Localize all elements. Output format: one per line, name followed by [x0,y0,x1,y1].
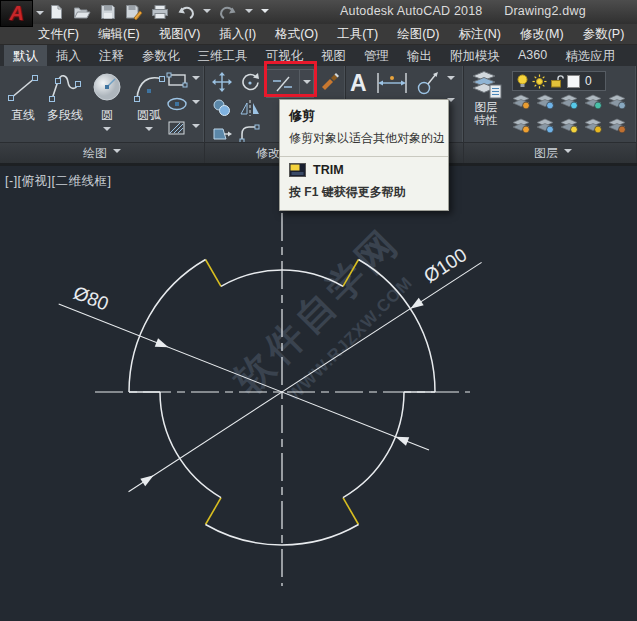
layer-tool-3-button[interactable] [558,93,580,113]
tab-manage[interactable]: 管理 [355,45,398,66]
viewport-style-button[interactable]: [二维线框] [52,174,112,188]
mini-layers-icon [535,93,555,110]
layer-tool-10-button[interactable] [606,117,628,137]
viewport-view-button[interactable]: [俯视] [18,174,52,188]
tab-annotate[interactable]: 注释 [90,45,133,66]
menu-draw[interactable]: 绘图(D) [397,26,439,43]
save-as-button[interactable] [124,2,144,22]
tool-label: 多段线 [47,107,83,124]
menu-edit[interactable]: 编辑(E) [98,26,140,43]
cad-drawing: 软件自学网WWW.RJZXW.COMØ100Ø80 [0,169,637,621]
layer-tool-9-button[interactable] [582,117,604,137]
rectangle-tool-button[interactable] [166,70,200,90]
arc-tool-button[interactable]: 圆弧 [128,68,170,142]
mirror-tool-button[interactable] [237,96,263,120]
panel-draw-label: 绘图 [83,145,107,162]
layer-unlock-icon [550,74,564,88]
layer-tool-8-button[interactable] [558,117,580,137]
trim-flyout-caret[interactable] [299,70,313,97]
layer-tool-7-button[interactable] [534,117,556,137]
layer-tool-4-button[interactable] [582,93,604,113]
redo-history-caret[interactable] [244,2,254,22]
tab-parametric[interactable]: 参数化 [133,45,189,66]
menu-modify[interactable]: 修改(M) [520,26,564,43]
copy-tool-button[interactable] [209,96,235,120]
text-tool-button[interactable]: A [350,70,367,96]
line-tool-button[interactable]: 直线 [2,68,44,142]
dimension-icon [375,70,409,96]
hatch-tool-button[interactable] [166,118,200,138]
tab-output[interactable]: 输出 [398,45,441,66]
mini-layers-icon [535,117,555,134]
undo-history-caret[interactable] [202,2,212,22]
layer-color-swatch [567,75,580,88]
plot-button[interactable] [150,2,170,22]
redo-button[interactable] [218,2,238,22]
tab-view[interactable]: 视图 [312,45,355,66]
tab-3d-tools[interactable]: 三维工具 [189,45,257,66]
polyline-tool-button[interactable]: 多段线 [44,68,86,142]
tab-featured-apps[interactable]: 精选应用 [556,45,624,66]
text-icon: A [350,70,367,96]
save-button[interactable] [98,2,118,22]
chevron-down-icon [203,9,211,17]
layer-tool-6-button[interactable] [510,117,532,137]
menu-file[interactable]: 文件(F) [38,26,79,43]
chevron-down-icon [192,124,200,132]
application-menu-caret[interactable] [36,11,44,19]
layer-tool-5-button[interactable] [606,93,628,113]
drawing-area[interactable]: [-][俯视][二维线框] 软件自学网WWW.RJZXW.COMØ100Ø80 [0,169,637,621]
application-menu-button[interactable]: A [0,0,33,27]
menu-view[interactable]: 视图(V) [159,26,201,43]
tooltip-title: 修剪 [280,100,448,128]
layer-state-dropdown[interactable]: 0 [512,71,606,91]
menu-parametric[interactable]: 参数(P) [583,26,625,43]
menu-tools[interactable]: 工具(T) [337,26,378,43]
panel-modify-label: 修改 [256,145,280,162]
circle-tool-button[interactable]: 圆 [86,68,128,142]
erase-tool-button[interactable] [317,69,343,93]
layer-tool-1-button[interactable] [510,93,532,113]
inner-circle-arc [160,392,221,498]
move-icon [211,71,233,93]
tab-home[interactable]: 默认 [4,45,47,66]
leader-tool-button[interactable] [417,70,439,99]
notch-line [206,498,222,525]
ellipse-tool-button[interactable] [166,94,200,114]
tooltip-help-hint: 按 F1 键获得更多帮助 [280,179,448,210]
open-file-button[interactable] [72,2,92,22]
trim-tool-button[interactable] [266,69,314,98]
menu-dimension[interactable]: 标注(N) [459,26,501,43]
mirror-icon [239,97,261,119]
menu-format[interactable]: 格式(O) [275,26,318,43]
rotate-tool-button[interactable] [237,70,263,94]
autocad-logo: A [9,2,23,25]
hatch-icon [166,120,188,136]
mini-layers-icon [559,117,579,134]
move-tool-button[interactable] [209,70,235,94]
chevron-down-icon [303,80,311,88]
tab-add-ins[interactable]: 附加模块 [441,45,509,66]
panel-layers-footer[interactable]: 图层 [464,142,636,163]
tab-visualize[interactable]: 可视化 [257,45,313,66]
dimension-tool-button[interactable] [375,70,409,99]
trim-tooltip: 修剪 修剪对象以适合其他对象的边 TRIM 按 F1 键获得更多帮助 [279,99,449,211]
customize-qat-button[interactable] [260,2,270,22]
document-title: Drawing2.dwg [504,4,586,18]
new-file-button[interactable] [46,2,66,22]
viewport-controls-button[interactable]: [-] [5,174,18,188]
layer-properties-label: 图层特性 [473,101,499,127]
undo-button[interactable] [176,2,196,22]
menu-insert[interactable]: 插入(I) [219,26,256,43]
tab-a360[interactable]: A360 [509,45,556,66]
layer-tool-2-button[interactable] [534,93,556,113]
chevron-down-icon[interactable] [447,76,455,84]
tab-insert[interactable]: 插入 [47,45,90,66]
panel-draw: 直线 多段线 圆 [0,66,205,163]
printer-icon [151,4,169,20]
layer-properties-button[interactable]: 图层特性 [468,69,504,127]
panel-draw-footer[interactable]: 绘图 [0,142,204,163]
quick-access-toolbar [46,2,270,22]
ellipse-icon [166,96,188,112]
tooltip-command: TRIM [313,163,344,177]
